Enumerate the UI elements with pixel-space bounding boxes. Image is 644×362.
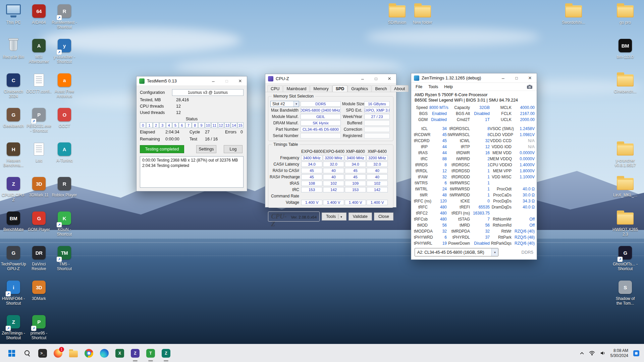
icon-shadow-tomb[interactable]: S Shadow of the Tom...: [613, 280, 637, 306]
tab-bench[interactable]: Bench: [372, 85, 390, 92]
start-button[interactable]: [4, 344, 19, 362]
tab-spd[interactable]: SPD: [332, 85, 348, 92]
icon-davinci-resolve[interactable]: DR DaVinci Resolve: [27, 245, 51, 271]
tab-mainboard[interactable]: Mainboard: [283, 85, 310, 92]
icon-hwbot-x265[interactable]: HWBOT X265 2.3: [613, 210, 637, 237]
menu-help[interactable]: Help: [441, 84, 456, 90]
icon-msi-afterburner[interactable]: A MSI Afterburner: [27, 38, 51, 64]
icon-techpowerup-gpu-z[interactable]: G TechPowerUp GPU-Z: [1, 245, 25, 271]
wifi-icon[interactable]: [589, 351, 595, 356]
icon-go-pro[interactable]: go pro: [613, 3, 637, 25]
icon-occt[interactable]: O OCCT: [52, 107, 76, 128]
notifications-icon[interactable]: [633, 350, 639, 356]
settings-button[interactable]: Settings: [196, 145, 216, 153]
search-button[interactable]: [19, 344, 35, 362]
icon-avast[interactable]: a Avast Free Antivirus: [52, 72, 76, 99]
icon-geekbench[interactable]: G Geekbench: [1, 107, 25, 128]
icon-occt-config[interactable]: OCCT7.confi...: [27, 72, 51, 94]
dimm-select[interactable]: A2: CL34-45-45 D5-6800 (16GB, SR): [415, 248, 498, 256]
maximize-button[interactable]: [510, 73, 523, 82]
volume-icon[interactable]: [600, 351, 605, 355]
icon-y-cruncher[interactable]: y y-cruncher - Shortcut: [52, 38, 76, 64]
app-icon: R: [56, 3, 73, 19]
minimize-button[interactable]: [207, 76, 220, 85]
icon-linx[interactable]: LinX_MKL_...: [613, 176, 637, 197]
icon-aida64[interactable]: 64 AIDA64: [27, 3, 51, 25]
timing-label: tWRWRDD: [447, 193, 472, 197]
shortcut-arrow-icon: [57, 50, 62, 55]
icon-hwinfo64[interactable]: i HWiNFO64 - Shortcut: [1, 280, 25, 306]
cpuz-titlebar[interactable]: CPU-Z: [265, 74, 396, 83]
tab-about[interactable]: About: [391, 85, 409, 92]
icon-roblox[interactable]: R Roblox Player: [52, 176, 76, 197]
app-icon: R: [56, 176, 73, 192]
firefox-icon[interactable]: 1: [50, 344, 66, 362]
tools-button[interactable]: Tools: [322, 213, 346, 221]
icon-zentimings-shortcut[interactable]: Z ZenTimings - Shortcut: [1, 314, 25, 340]
tab-memory[interactable]: Memory: [310, 85, 332, 92]
icon-a-tuning[interactable]: A A-Tuning: [52, 141, 76, 163]
tab-cpu[interactable]: CPU: [267, 85, 283, 92]
icon-new-folder[interactable]: New folder: [411, 3, 435, 25]
spd-info-row: Serial Number: [270, 132, 342, 139]
timings-header-row: EXPO-6800 EXPO-6400 XMP-6800 XMP-6400: [270, 148, 392, 155]
icon-y-cruncher-folder[interactable]: y-cruncher v0.8.1.9517: [613, 141, 637, 168]
icon-3dmark[interactable]: 3D 3DMark: [27, 280, 51, 301]
close-window-button[interactable]: Close: [374, 213, 393, 221]
icon-heaven-benchmark[interactable]: H Heaven Benchma...: [1, 141, 25, 168]
cpuz-taskbar-icon[interactable]: Z: [127, 344, 143, 362]
icon-sdiffusion[interactable]: SDiffusion: [385, 3, 409, 25]
icon-cinebench-folder[interactable]: Cinebench...: [613, 72, 637, 94]
icon-bm[interactable]: BM bm-113.0: [613, 38, 637, 59]
icon-monogram: BM: [622, 43, 629, 49]
close-button[interactable]: [383, 74, 396, 83]
icon-benchmate[interactable]: BM BenchMate: [1, 210, 25, 232]
validate-button[interactable]: Validate: [348, 213, 372, 221]
taskbar-terminal-icon[interactable]: >_: [35, 344, 50, 362]
edge-icon[interactable]: [97, 344, 112, 362]
icon-recycle-bin[interactable]: Recycle Bin: [1, 38, 25, 59]
tray-chevron-up-icon[interactable]: [580, 352, 584, 355]
desktop-icon-label: SDiffusion: [384, 20, 410, 25]
motherboard-info: B650E Steel Legend WiFi | BIOS 3.01 | SM…: [415, 98, 533, 103]
close-button[interactable]: [523, 73, 537, 82]
testmem5-titlebar[interactable]: TestMem5 0.13: [137, 76, 247, 86]
icon-swordofsh[interactable]: Swordofshi...: [561, 3, 586, 25]
close-button[interactable]: [233, 76, 247, 85]
file-explorer-icon[interactable]: [66, 344, 81, 362]
taskbar-clock[interactable]: 8:08 AM 5/30/2024: [610, 348, 628, 358]
log-button[interactable]: Log: [224, 145, 243, 153]
icon-cpuid-cpu-z[interactable]: Z CPUID CPU-Z: [1, 176, 25, 202]
menu-file[interactable]: File: [413, 84, 425, 90]
icon-runmemtest[interactable]: R RunMemtest - Shortcut: [52, 3, 76, 29]
icon-tm5[interactable]: TM TM5 - Shortcut: [52, 245, 76, 271]
icon-log[interactable]: Log: [27, 141, 51, 163]
minimize-button[interactable]: [356, 74, 369, 83]
icon-ghostofts[interactable]: G GhostOfTs... - Shortcut: [613, 245, 637, 271]
timings-table-group: Timings Table EXPO-6800 EXPO-6400 XMP-68…: [268, 144, 393, 208]
tab-graphics[interactable]: Graphics: [348, 85, 371, 92]
icon-kgun[interactable]: K KGuN - Shortcut: [52, 210, 76, 237]
log-output[interactable]: 0:00:00 Testing 2368 MB x 12 (87%) out o…: [140, 156, 244, 188]
chevron-down-icon[interactable]: [338, 214, 342, 219]
maximize-button[interactable]: [369, 74, 383, 83]
zentimings-titlebar[interactable]: ZenTimings 1.32.1265 (debug): [411, 73, 537, 83]
menu-tools[interactable]: Tools: [425, 84, 441, 90]
chrome-icon[interactable]: [81, 344, 97, 362]
timing-label: tPHYRDL: [447, 235, 472, 240]
icon-pes2021[interactable]: P PES2021.exe - Shortcut: [27, 107, 51, 133]
testmem5-taskbar-icon[interactable]: T: [143, 344, 158, 362]
slot-select[interactable]: Slot #2: [270, 101, 299, 107]
icon-gom-player[interactable]: G GOM Player: [27, 210, 51, 232]
minimize-button[interactable]: [496, 73, 510, 82]
zentimings-row: Speed 8000 MT/s Capacity 32GB MCLK 4000.…: [414, 105, 534, 111]
excel-icon[interactable]: X: [112, 344, 127, 362]
zentimings-taskbar-icon[interactable]: Z: [158, 344, 174, 362]
screenshot-camera-icon[interactable]: [527, 84, 533, 89]
icon-3dmark-11[interactable]: 3D 3DMark 11: [27, 176, 51, 197]
icon-monogram: P: [37, 112, 41, 118]
icon-cinebench-2024[interactable]: C Cinebench 2024: [1, 72, 25, 99]
icon-prime95[interactable]: P prime95 - Shortcut: [27, 314, 51, 340]
maximize-button[interactable]: [220, 76, 233, 85]
icon-this-pc[interactable]: This PC: [1, 3, 25, 25]
